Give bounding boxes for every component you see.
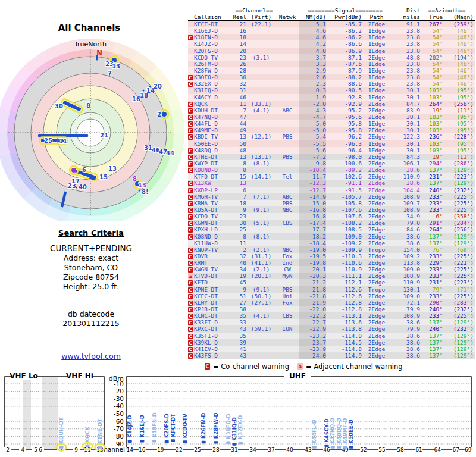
search-city: Stoneham, CO xyxy=(23,263,159,273)
path-cell: 2Edge xyxy=(362,279,392,286)
nm-db-cell: -14.9 xyxy=(299,193,326,200)
callsign-cell: KPNE-DT xyxy=(194,286,232,293)
vhf-signal-bar xyxy=(98,446,102,448)
nm-db-cell: -24.0 xyxy=(299,352,326,359)
magnetic-azimuth-cell: (228°) xyxy=(443,133,474,140)
table-row: CKNOP-TV2(2.1)NBC-19.0-109.9Tropo154.076… xyxy=(188,246,475,253)
tick-bg xyxy=(305,447,312,453)
table-row: KCDO-TV23(3.1)3.7-87.12Edge48.8202°(194°… xyxy=(188,54,475,61)
uhf-signal-bar xyxy=(343,446,347,448)
true-azimuth-cell: 137° xyxy=(420,346,443,352)
tvfool-link[interactable]: www.tvfool.com xyxy=(61,352,121,361)
callsign-cell: K16EJ-D xyxy=(194,27,232,34)
virtual-channel-cell xyxy=(246,180,276,186)
true-azimuth-cell: 54° xyxy=(420,27,443,34)
real-channel-cell: 8 xyxy=(232,233,246,240)
virtual-channel-cell: (8.1) xyxy=(246,160,276,167)
station-label: KQCK xyxy=(84,427,90,443)
search-height: Height: 25.0 ft. xyxy=(23,282,159,292)
table-row: CK43FS-D43-24.0-114.92Edge38.6137°(129°) xyxy=(188,352,475,359)
table-row: CKRMT40(41.1)Ind-19.8-110.62Edge113.8229… xyxy=(188,259,475,266)
signal-bar-highlight xyxy=(83,443,93,449)
table-row: CKCEC-DT51(50.1)Uni-21.8-112.62Edge109.0… xyxy=(188,293,475,299)
real-channel-cell: 15 xyxy=(232,173,246,180)
warning-marker-cell: C xyxy=(188,120,194,127)
true-azimuth-cell: 54° xyxy=(420,67,443,74)
power-dbm-cell: -110.9 xyxy=(326,266,362,273)
co-channel-warning-icon: C xyxy=(188,327,193,332)
callsign-cell: KBDI-TV xyxy=(194,133,232,140)
magnetic-azimuth-cell: (232°) xyxy=(443,306,474,312)
real-channel-cell: 2 xyxy=(232,246,246,253)
path-cell: 2Edge xyxy=(362,259,392,266)
tick-bg xyxy=(139,447,146,453)
miles-cell: 30.1 xyxy=(392,140,420,147)
miles-cell: 79.9 xyxy=(392,325,420,332)
power-dbm-cell: -87.9 xyxy=(326,67,362,74)
nm-db-cell: 4.2 xyxy=(299,40,326,47)
true-azimuth-cell: 137° xyxy=(420,233,443,240)
real-channel-cell: 19 xyxy=(232,273,246,279)
network-cell xyxy=(276,87,299,93)
station-label: K16EJ-D xyxy=(139,415,145,437)
tick-bg xyxy=(84,447,91,453)
real-channel-cell: 48 xyxy=(232,147,246,154)
warning-marker-cell: C xyxy=(188,206,194,213)
true-azimuth-cell: 267° xyxy=(420,21,443,27)
virtual-channel-cell: (3.1) xyxy=(246,54,276,61)
magnetic-azimuth-cell: (129°) xyxy=(443,167,474,173)
path-cell: 1Edge xyxy=(362,87,392,93)
network-cell: Ind xyxy=(276,259,299,266)
miles-cell: 38.6 xyxy=(392,346,420,352)
magnetic-azimuth-cell: (46°) xyxy=(443,80,474,87)
power-dbm-cell: -92.9 xyxy=(326,101,362,107)
virtual-channel-cell: (4.1) xyxy=(246,312,276,319)
power-dbm-cell: -112.6 xyxy=(326,293,362,299)
tick-bg xyxy=(452,447,459,453)
power-dbm-cell: -98.0 xyxy=(326,154,362,160)
miles-cell: 108.9 xyxy=(392,206,420,213)
channel-tick-label: 16 xyxy=(139,447,146,453)
nm-db-cell: -23.7 xyxy=(299,339,326,346)
true-azimuth-cell: 103° xyxy=(420,120,443,127)
nm-db-cell: -4.7 xyxy=(299,114,326,120)
virtual-channel-cell: (2.1) xyxy=(246,266,276,273)
virtual-channel-cell xyxy=(246,61,276,67)
dbm-tick-label: -10 xyxy=(114,380,124,387)
real-channel-cell: 16 xyxy=(232,27,246,34)
uhf-signal-bar xyxy=(239,442,243,444)
path-cell: 2Edge xyxy=(362,167,392,173)
co-channel-warning-icon: C xyxy=(188,320,193,325)
polar-channel-label: 8 xyxy=(133,176,137,182)
callsign-cell: K13XW xyxy=(194,180,232,186)
magnetic-azimuth-cell: (129°) xyxy=(443,333,474,339)
virtual-channel-cell: (20.1) xyxy=(246,273,276,279)
true-azimuth-cell: 54° xyxy=(420,48,443,54)
warning-marker-cell xyxy=(188,40,194,47)
magnetic-azimuth-cell: (68°) xyxy=(443,246,474,253)
miles-cell: 23.8 xyxy=(392,61,420,67)
uhf-signal-bar xyxy=(312,446,317,448)
miles-cell: 84.6 xyxy=(392,226,420,233)
nm-db-cell: -5.0 xyxy=(299,120,326,127)
network-cell: NBC xyxy=(276,246,299,253)
spacer xyxy=(276,8,299,14)
channel-tick-label: 4 xyxy=(21,447,24,453)
power-dbm-cell: -100.6 xyxy=(326,160,362,167)
true-azimuth-cell: 54° xyxy=(420,40,443,47)
warning-marker-cell: C xyxy=(188,160,194,167)
magnetic-azimuth-cell: (256°) xyxy=(443,226,474,233)
table-row: CKWYP-DT8(8.1)-9.8-100.62Edge106.1294°(2… xyxy=(188,160,475,167)
polar-channel-label: 8 xyxy=(86,102,90,109)
miles-cell: 108.9 xyxy=(392,273,420,279)
magnetic-azimuth-cell: (95°) xyxy=(443,94,474,101)
channel-tick-label: 46 xyxy=(323,447,330,453)
warning-marker-cell: C xyxy=(188,34,194,40)
table-row: CKPNE-DT9(9.1)PBS-21.8-112.6Tropo130.179… xyxy=(188,286,475,293)
channel-tick-label: 9 xyxy=(74,447,78,453)
power-dbm-cell: -95.2 xyxy=(326,107,362,114)
path-cell: 2Edge xyxy=(362,233,392,240)
callsign-cell: KRMT xyxy=(194,259,232,266)
channel-group-header: ==Channel== xyxy=(232,8,276,14)
real-channel-cell: 11 xyxy=(232,101,246,107)
